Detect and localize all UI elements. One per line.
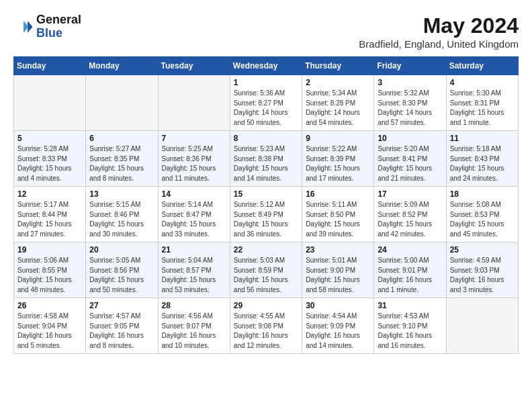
calendar-cell: 3Sunrise: 5:32 AMSunset: 8:30 PMDaylight… bbox=[374, 75, 446, 131]
day-number: 25 bbox=[450, 245, 515, 255]
day-info: Sunrise: 5:18 AMSunset: 8:43 PMDaylight:… bbox=[450, 144, 515, 183]
day-info: Sunrise: 5:09 AMSunset: 8:52 PMDaylight:… bbox=[378, 200, 442, 239]
calendar-cell: 14Sunrise: 5:14 AMSunset: 8:47 PMDayligh… bbox=[158, 187, 230, 242]
day-info: Sunrise: 5:04 AMSunset: 8:57 PMDaylight:… bbox=[162, 256, 226, 295]
day-info: Sunrise: 5:05 AMSunset: 8:56 PMDaylight:… bbox=[89, 256, 154, 295]
day-info: Sunrise: 5:17 AMSunset: 8:44 PMDaylight:… bbox=[17, 200, 82, 239]
day-number: 23 bbox=[306, 245, 370, 255]
day-number: 9 bbox=[306, 134, 370, 143]
calendar-cell: 13Sunrise: 5:15 AMSunset: 8:46 PMDayligh… bbox=[86, 187, 158, 242]
calendar-cell: 12Sunrise: 5:17 AMSunset: 8:44 PMDayligh… bbox=[14, 187, 86, 242]
calendar-cell bbox=[14, 75, 86, 131]
day-number: 5 bbox=[17, 134, 82, 143]
weekday-header-thursday: Thursday bbox=[302, 57, 374, 75]
calendar-week-row: 5Sunrise: 5:28 AMSunset: 8:33 PMDaylight… bbox=[14, 131, 519, 187]
calendar-cell: 22Sunrise: 5:03 AMSunset: 8:59 PMDayligh… bbox=[230, 242, 302, 298]
page-header: General Blue May 2024 Bradfield, England… bbox=[13, 13, 519, 50]
day-number: 28 bbox=[162, 301, 226, 310]
day-number: 19 bbox=[17, 245, 82, 255]
day-number: 8 bbox=[234, 134, 298, 143]
day-info: Sunrise: 5:12 AMSunset: 8:49 PMDaylight:… bbox=[234, 200, 298, 239]
day-number: 3 bbox=[378, 78, 442, 87]
weekday-header-friday: Friday bbox=[374, 57, 446, 75]
calendar-week-row: 12Sunrise: 5:17 AMSunset: 8:44 PMDayligh… bbox=[14, 187, 519, 242]
calendar-cell: 4Sunrise: 5:30 AMSunset: 8:31 PMDaylight… bbox=[446, 75, 518, 131]
calendar-cell: 5Sunrise: 5:28 AMSunset: 8:33 PMDaylight… bbox=[14, 131, 86, 187]
calendar-cell: 18Sunrise: 5:08 AMSunset: 8:53 PMDayligh… bbox=[446, 187, 518, 242]
day-number: 24 bbox=[378, 245, 442, 255]
day-info: Sunrise: 5:11 AMSunset: 8:50 PMDaylight:… bbox=[306, 200, 370, 239]
day-number: 7 bbox=[162, 134, 226, 143]
day-info: Sunrise: 5:03 AMSunset: 8:59 PMDaylight:… bbox=[234, 256, 298, 295]
calendar-cell: 31Sunrise: 4:53 AMSunset: 9:10 PMDayligh… bbox=[374, 298, 446, 354]
day-number: 22 bbox=[234, 245, 298, 255]
calendar-week-row: 26Sunrise: 4:58 AMSunset: 9:04 PMDayligh… bbox=[14, 298, 519, 354]
calendar-cell: 1Sunrise: 5:36 AMSunset: 8:27 PMDaylight… bbox=[230, 75, 302, 131]
day-number: 31 bbox=[378, 301, 442, 310]
day-info: Sunrise: 5:32 AMSunset: 8:30 PMDaylight:… bbox=[378, 89, 442, 128]
day-number: 18 bbox=[450, 189, 515, 199]
calendar-cell: 30Sunrise: 4:54 AMSunset: 9:09 PMDayligh… bbox=[302, 298, 374, 354]
calendar-cell bbox=[86, 75, 158, 131]
weekday-header-monday: Monday bbox=[86, 57, 158, 75]
day-number: 1 bbox=[234, 78, 298, 87]
day-info: Sunrise: 5:27 AMSunset: 8:35 PMDaylight:… bbox=[89, 144, 154, 183]
day-number: 2 bbox=[306, 78, 370, 87]
day-info: Sunrise: 5:25 AMSunset: 8:36 PMDaylight:… bbox=[162, 144, 226, 183]
logo-general: General bbox=[36, 13, 81, 27]
weekday-header-sunday: Sunday bbox=[14, 57, 86, 75]
day-number: 14 bbox=[162, 189, 226, 199]
day-info: Sunrise: 5:14 AMSunset: 8:47 PMDaylight:… bbox=[162, 200, 226, 239]
day-info: Sunrise: 4:55 AMSunset: 9:08 PMDaylight:… bbox=[234, 312, 298, 351]
calendar-table: SundayMondayTuesdayWednesdayThursdayFrid… bbox=[13, 56, 519, 354]
calendar-cell: 27Sunrise: 4:57 AMSunset: 9:05 PMDayligh… bbox=[86, 298, 158, 354]
day-info: Sunrise: 5:06 AMSunset: 8:55 PMDaylight:… bbox=[17, 256, 82, 295]
day-info: Sunrise: 5:15 AMSunset: 8:46 PMDaylight:… bbox=[89, 200, 154, 239]
calendar-cell: 26Sunrise: 4:58 AMSunset: 9:04 PMDayligh… bbox=[14, 298, 86, 354]
weekday-header-tuesday: Tuesday bbox=[158, 57, 230, 75]
day-number: 16 bbox=[306, 189, 370, 199]
calendar-cell: 28Sunrise: 4:56 AMSunset: 9:07 PMDayligh… bbox=[158, 298, 230, 354]
day-number: 15 bbox=[234, 189, 298, 199]
logo-icon bbox=[13, 17, 34, 37]
day-number: 10 bbox=[378, 134, 442, 143]
calendar-cell: 16Sunrise: 5:11 AMSunset: 8:50 PMDayligh… bbox=[302, 187, 374, 242]
day-number: 13 bbox=[89, 189, 154, 199]
calendar-cell: 6Sunrise: 5:27 AMSunset: 8:35 PMDaylight… bbox=[86, 131, 158, 187]
calendar-cell: 11Sunrise: 5:18 AMSunset: 8:43 PMDayligh… bbox=[446, 131, 518, 187]
weekday-header-saturday: Saturday bbox=[446, 57, 518, 75]
calendar-cell: 20Sunrise: 5:05 AMSunset: 8:56 PMDayligh… bbox=[86, 242, 158, 298]
day-number: 12 bbox=[17, 189, 82, 199]
location-title: Bradfield, England, United Kingdom bbox=[359, 38, 519, 50]
calendar-cell: 29Sunrise: 4:55 AMSunset: 9:08 PMDayligh… bbox=[230, 298, 302, 354]
day-number: 29 bbox=[234, 301, 298, 310]
weekday-header-wednesday: Wednesday bbox=[230, 57, 302, 75]
title-block: May 2024 Bradfield, England, United King… bbox=[359, 13, 519, 50]
calendar-cell: 19Sunrise: 5:06 AMSunset: 8:55 PMDayligh… bbox=[14, 242, 86, 298]
day-info: Sunrise: 5:01 AMSunset: 9:00 PMDaylight:… bbox=[306, 256, 370, 295]
day-info: Sunrise: 4:59 AMSunset: 9:03 PMDaylight:… bbox=[450, 256, 515, 295]
day-info: Sunrise: 5:36 AMSunset: 8:27 PMDaylight:… bbox=[234, 89, 298, 128]
logo: General Blue bbox=[13, 13, 81, 40]
calendar-cell: 23Sunrise: 5:01 AMSunset: 9:00 PMDayligh… bbox=[302, 242, 374, 298]
logo-blue: Blue bbox=[36, 27, 81, 40]
day-info: Sunrise: 4:58 AMSunset: 9:04 PMDaylight:… bbox=[17, 312, 82, 351]
day-info: Sunrise: 5:28 AMSunset: 8:33 PMDaylight:… bbox=[17, 144, 82, 183]
calendar-cell: 2Sunrise: 5:34 AMSunset: 8:28 PMDaylight… bbox=[302, 75, 374, 131]
day-info: Sunrise: 5:08 AMSunset: 8:53 PMDaylight:… bbox=[450, 200, 515, 239]
day-info: Sunrise: 5:23 AMSunset: 8:38 PMDaylight:… bbox=[234, 144, 298, 183]
calendar-cell: 10Sunrise: 5:20 AMSunset: 8:41 PMDayligh… bbox=[374, 131, 446, 187]
day-info: Sunrise: 5:34 AMSunset: 8:28 PMDaylight:… bbox=[306, 89, 370, 128]
day-info: Sunrise: 5:20 AMSunset: 8:41 PMDaylight:… bbox=[378, 144, 442, 183]
day-number: 6 bbox=[89, 134, 154, 143]
calendar-cell: 21Sunrise: 5:04 AMSunset: 8:57 PMDayligh… bbox=[158, 242, 230, 298]
calendar-cell: 9Sunrise: 5:22 AMSunset: 8:39 PMDaylight… bbox=[302, 131, 374, 187]
day-number: 21 bbox=[162, 245, 226, 255]
calendar-cell: 17Sunrise: 5:09 AMSunset: 8:52 PMDayligh… bbox=[374, 187, 446, 242]
weekday-header-row: SundayMondayTuesdayWednesdayThursdayFrid… bbox=[14, 57, 519, 75]
calendar-cell: 7Sunrise: 5:25 AMSunset: 8:36 PMDaylight… bbox=[158, 131, 230, 187]
calendar-cell bbox=[158, 75, 230, 131]
day-info: Sunrise: 5:00 AMSunset: 9:01 PMDaylight:… bbox=[378, 256, 442, 295]
day-number: 20 bbox=[89, 245, 154, 255]
calendar-week-row: 1Sunrise: 5:36 AMSunset: 8:27 PMDaylight… bbox=[14, 75, 519, 131]
